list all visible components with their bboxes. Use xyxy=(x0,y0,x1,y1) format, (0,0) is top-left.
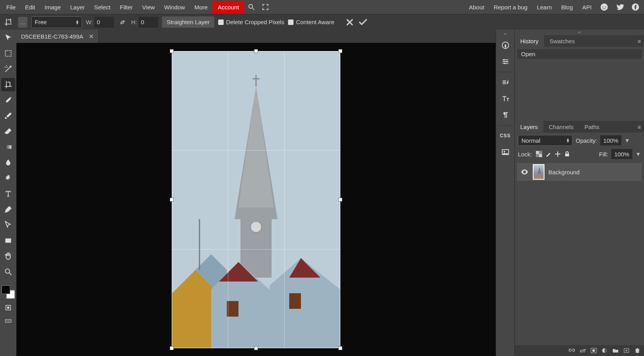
path-select-tool[interactable] xyxy=(1,218,15,232)
rect-select-tool[interactable] xyxy=(1,47,15,60)
strip-grip-icon[interactable]: ‹› xyxy=(496,31,514,37)
quick-mask-toggle[interactable] xyxy=(4,303,13,312)
css-panel-icon[interactable]: CSS xyxy=(498,128,513,143)
character-panel-icon[interactable] xyxy=(498,91,513,106)
hand-tool[interactable] xyxy=(1,250,15,263)
color-swatch[interactable] xyxy=(2,285,15,299)
new-group-icon[interactable] xyxy=(612,347,619,354)
menu-blog[interactable]: Blog xyxy=(557,1,577,14)
menu-account[interactable]: Account xyxy=(212,1,244,14)
menu-about[interactable]: About xyxy=(465,1,488,14)
history-item[interactable]: Open xyxy=(517,49,642,59)
panel-menu-icon[interactable]: ≡ xyxy=(635,121,644,133)
foreground-color[interactable] xyxy=(2,285,10,294)
tab-history[interactable]: History xyxy=(515,35,544,47)
panel-menu-icon[interactable]: ≡ xyxy=(635,35,644,47)
menu-more[interactable]: More xyxy=(190,1,212,14)
tab-layers[interactable]: Layers xyxy=(515,121,543,133)
delete-layer-icon[interactable] xyxy=(634,347,641,354)
magic-wand-tool[interactable] xyxy=(1,62,15,76)
menu-api[interactable]: API xyxy=(578,1,596,14)
crop-width-input[interactable] xyxy=(94,17,114,28)
search-icon[interactable] xyxy=(244,0,258,14)
crop-handle-bm[interactable] xyxy=(254,346,258,350)
menu-report-bug[interactable]: Report a bug xyxy=(490,1,532,14)
clone-tool[interactable] xyxy=(1,172,15,185)
link-layers-icon[interactable] xyxy=(568,347,575,354)
fill-value[interactable]: 100% xyxy=(611,149,632,159)
twitter-icon[interactable] xyxy=(613,0,627,14)
menu-image[interactable]: Image xyxy=(40,1,66,14)
menu-filter[interactable]: Filter xyxy=(115,1,137,14)
straighten-layer-button[interactable]: Straighten Layer xyxy=(162,16,214,28)
blend-mode-select[interactable]: Normal ▲▼ xyxy=(518,135,573,146)
confirm-crop-icon[interactable] xyxy=(358,17,368,27)
crop-handle-bl[interactable] xyxy=(170,346,174,350)
paragraph-panel-icon[interactable] xyxy=(498,107,513,123)
crop-handle-br[interactable] xyxy=(338,346,342,350)
eraser-tool[interactable] xyxy=(1,125,15,138)
layer-visibility-icon[interactable] xyxy=(520,168,529,176)
layer-thumbnail[interactable] xyxy=(533,164,544,180)
document-tab[interactable]: D5CEEB1E-C763-499A ✕ xyxy=(16,30,99,43)
menu-edit[interactable]: Edit xyxy=(20,1,40,14)
reddit-icon[interactable] xyxy=(597,0,611,14)
panel-grip-icon[interactable]: ›‹ xyxy=(515,30,644,35)
blend-mode-value: Normal xyxy=(521,137,540,144)
crop-handle-tl[interactable] xyxy=(170,49,174,53)
crop-handle-tr[interactable] xyxy=(338,49,342,53)
swap-wh-button[interactable] xyxy=(118,18,127,27)
menu-view[interactable]: View xyxy=(137,1,159,14)
tab-paths[interactable]: Paths xyxy=(579,121,605,133)
fill-dropdown-icon[interactable]: ▼ xyxy=(635,151,641,157)
brush-tool[interactable] xyxy=(1,109,15,122)
add-mask-icon[interactable] xyxy=(590,347,597,354)
crop-handle-ml[interactable] xyxy=(170,198,174,202)
delete-cropped-checkbox[interactable]: Delete Cropped Pixels xyxy=(218,19,284,25)
fullscreen-icon[interactable] xyxy=(258,0,272,14)
facebook-icon[interactable] xyxy=(628,0,642,14)
brush-panel-icon[interactable] xyxy=(498,74,513,90)
crop-presets-button[interactable]: … xyxy=(18,17,27,28)
lock-transparency-icon[interactable] xyxy=(535,150,543,158)
crop-handle-mr[interactable] xyxy=(338,198,342,202)
gradient-tool[interactable] xyxy=(1,140,15,154)
tab-swatches[interactable]: Swatches xyxy=(544,35,580,47)
menu-window[interactable]: Window xyxy=(160,1,190,14)
crop-ratio-select[interactable]: Free ▲▼ xyxy=(31,16,82,28)
adjustments-panel-icon[interactable] xyxy=(498,54,513,69)
opacity-dropdown-icon[interactable]: ▼ xyxy=(624,137,630,143)
tab-channels[interactable]: Channels xyxy=(543,121,579,133)
crop-tool[interactable] xyxy=(1,78,15,91)
layer-effects-icon[interactable]: eff xyxy=(579,347,586,354)
menu-file[interactable]: File xyxy=(2,1,20,14)
crop-height-input[interactable] xyxy=(139,17,158,28)
crop-handle-tm[interactable] xyxy=(254,49,258,53)
menu-learn[interactable]: Learn xyxy=(533,1,555,14)
canvas-viewport[interactable] xyxy=(16,43,496,356)
menu-layer[interactable]: Layer xyxy=(66,1,90,14)
new-layer-icon[interactable] xyxy=(623,347,630,354)
blur-tool[interactable] xyxy=(1,156,15,169)
content-aware-checkbox[interactable]: Content Aware xyxy=(288,19,334,25)
lock-pixels-icon[interactable] xyxy=(544,150,552,158)
move-tool[interactable] xyxy=(1,31,15,44)
info-panel-icon[interactable] xyxy=(498,37,513,53)
layer-name[interactable]: Background xyxy=(548,169,580,175)
lock-position-icon[interactable] xyxy=(554,150,562,158)
lock-all-icon[interactable] xyxy=(563,150,571,158)
keyboard-icon[interactable] xyxy=(4,317,13,325)
close-tab-icon[interactable]: ✕ xyxy=(89,33,94,40)
pen-tool[interactable] xyxy=(1,203,15,216)
shape-tool[interactable] xyxy=(1,234,15,247)
cancel-crop-icon[interactable] xyxy=(345,17,355,27)
adjustment-layer-icon[interactable] xyxy=(601,347,608,354)
canvas[interactable] xyxy=(172,51,340,348)
menu-select[interactable]: Select xyxy=(89,1,115,14)
eyedropper-tool[interactable] xyxy=(1,94,15,107)
layer-row[interactable]: Background xyxy=(517,163,642,181)
text-tool[interactable] xyxy=(1,187,15,200)
zoom-tool[interactable] xyxy=(1,265,15,278)
opacity-value[interactable]: 100% xyxy=(600,135,621,145)
image-panel-icon[interactable] xyxy=(498,144,513,160)
